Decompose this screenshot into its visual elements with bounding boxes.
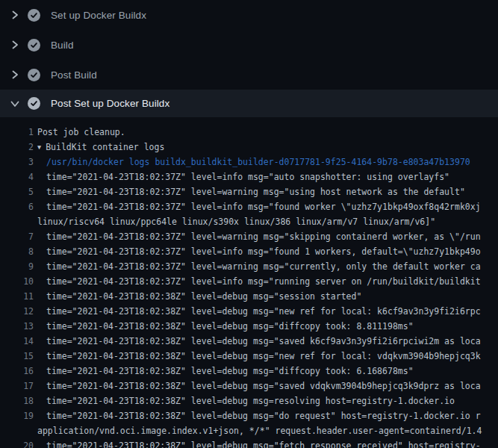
section-title: Set up Docker Buildx <box>51 10 146 21</box>
log-line: 16time="2021-04-23T18:02:38Z" level=debu… <box>0 364 498 379</box>
log-line: 17time="2021-04-23T18:02:38Z" level=debu… <box>0 379 498 393</box>
check-circle-icon <box>28 97 40 110</box>
line-number[interactable]: 7 <box>0 229 34 244</box>
log-text: time="2021-04-23T18:02:37Z" level=info m… <box>46 244 481 259</box>
check-circle-icon <box>28 69 40 81</box>
log-text: time="2021-04-23T18:02:38Z" level=debug … <box>46 364 414 379</box>
log-line: 12time="2021-04-23T18:02:38Z" level=debu… <box>0 304 498 319</box>
line-number[interactable]: 14 <box>0 334 34 349</box>
section-title: Build <box>51 40 74 51</box>
log-line: 20time="2021-04-23T18:02:38Z" level=debu… <box>0 438 498 448</box>
log-line: 7time="2021-04-23T18:02:37Z" level=warni… <box>0 229 498 244</box>
line-number[interactable]: 2 <box>0 140 34 155</box>
log-text: time="2021-04-23T18:02:38Z" level=debug … <box>46 289 361 304</box>
section-post-set-up-docker-buildx[interactable]: Post Set up Docker Buildx <box>0 90 498 117</box>
log-text: time="2021-04-23T18:02:38Z" level=debug … <box>46 319 414 334</box>
line-number[interactable]: 9 <box>0 259 34 274</box>
line-number[interactable]: 3 <box>0 155 34 169</box>
log-text: time="2021-04-23T18:02:37Z" level=warnin… <box>46 229 481 244</box>
line-number[interactable]: 15 <box>0 349 34 364</box>
log-text: Post job cleanup. <box>37 125 125 140</box>
line-number[interactable]: 10 <box>0 274 34 289</box>
log-line: 5time="2021-04-23T18:02:37Z" level=warni… <box>0 184 498 199</box>
log-text: time="2021-04-23T18:02:38Z" level=debug … <box>46 393 455 408</box>
group-collapse-triangle-icon[interactable]: ▼ <box>37 140 41 155</box>
log-line: linux/riscv64 linux/ppc64le linux/s390x … <box>0 214 498 229</box>
log-text: time="2021-04-23T18:02:37Z" level=info m… <box>46 169 449 184</box>
log-text: ▼BuildKit container logs <box>37 140 164 155</box>
log-text: time="2021-04-23T18:02:37Z" level=info m… <box>46 274 481 289</box>
log-line: 2▼BuildKit container logs <box>0 140 498 155</box>
log-command-text: /usr/bin/docker logs buildx_buildkit_bui… <box>46 155 470 169</box>
log-text: time="2021-04-23T18:02:38Z" level=debug … <box>46 334 481 349</box>
log-line: 6time="2021-04-23T18:02:37Z" level=info … <box>0 199 498 214</box>
check-circle-icon <box>28 39 40 52</box>
log-line: 4time="2021-04-23T18:02:37Z" level=info … <box>0 169 498 184</box>
line-number[interactable]: 5 <box>0 184 34 199</box>
log-line: 11time="2021-04-23T18:02:38Z" level=debu… <box>0 289 498 304</box>
log-text: time="2021-04-23T18:02:38Z" level=debug … <box>46 349 481 364</box>
log-text: time="2021-04-23T18:02:37Z" level=warnin… <box>46 184 465 199</box>
chevron-right-icon <box>9 39 21 51</box>
log-lines: 1Post job cleanup.2▼BuildKit container l… <box>0 117 498 448</box>
line-number[interactable]: 16 <box>0 364 34 379</box>
line-number[interactable]: 11 <box>0 289 34 304</box>
log-text: time="2021-04-23T18:02:38Z" level=debug … <box>46 408 481 423</box>
check-circle-icon <box>28 9 40 22</box>
log-text: time="2021-04-23T18:02:38Z" level=debug … <box>46 304 481 319</box>
line-number[interactable]: 4 <box>0 169 34 184</box>
section-title: Post Set up Docker Buildx <box>51 98 169 109</box>
chevron-right-icon <box>9 9 21 21</box>
line-number[interactable]: 8 <box>0 244 34 259</box>
log-viewer: Set up Docker Buildx Build Post Build Po… <box>0 0 498 448</box>
log-line: 19time="2021-04-23T18:02:38Z" level=debu… <box>0 408 498 423</box>
log-text: time="2021-04-23T18:02:37Z" level=warnin… <box>46 259 481 274</box>
log-line: 3/usr/bin/docker logs buildx_buildkit_bu… <box>0 155 498 169</box>
line-number[interactable]: 6 <box>0 199 34 214</box>
line-number[interactable]: 13 <box>0 319 34 334</box>
section-post-build[interactable]: Post Build <box>0 60 498 90</box>
line-number[interactable]: 1 <box>0 125 34 140</box>
log-line: 9time="2021-04-23T18:02:37Z" level=warni… <box>0 259 498 274</box>
log-line: 13time="2021-04-23T18:02:38Z" level=debu… <box>0 319 498 334</box>
log-text: linux/riscv64 linux/ppc64le linux/s390x … <box>37 214 435 229</box>
line-number[interactable] <box>0 214 34 229</box>
log-line: 14time="2021-04-23T18:02:38Z" level=debu… <box>0 334 498 349</box>
line-number[interactable]: 20 <box>0 438 34 448</box>
log-line: 18time="2021-04-23T18:02:38Z" level=debu… <box>0 393 498 408</box>
line-number[interactable]: 17 <box>0 379 34 393</box>
log-text: time="2021-04-23T18:02:37Z" level=info m… <box>46 199 481 214</box>
log-line: 8time="2021-04-23T18:02:37Z" level=info … <box>0 244 498 259</box>
log-text: time="2021-04-23T18:02:38Z" level=debug … <box>46 438 481 448</box>
log-line: 10time="2021-04-23T18:02:37Z" level=info… <box>0 274 498 289</box>
line-number[interactable]: 12 <box>0 304 34 319</box>
section-set-up-docker-buildx[interactable]: Set up Docker Buildx <box>0 0 498 30</box>
log-text: application/vnd.oci.image.index.v1+json,… <box>37 423 482 438</box>
line-number[interactable]: 18 <box>0 393 34 408</box>
chevron-down-icon <box>9 98 21 110</box>
section-title: Post Build <box>51 69 97 81</box>
log-text: time="2021-04-23T18:02:38Z" level=debug … <box>46 379 481 393</box>
log-line: 15time="2021-04-23T18:02:38Z" level=debu… <box>0 349 498 364</box>
chevron-right-icon <box>9 69 21 81</box>
log-line: application/vnd.oci.image.index.v1+json,… <box>0 423 498 438</box>
line-number[interactable]: 19 <box>0 408 34 423</box>
line-number[interactable] <box>0 423 34 438</box>
log-line: 1Post job cleanup. <box>0 125 498 140</box>
section-build[interactable]: Build <box>0 30 498 60</box>
